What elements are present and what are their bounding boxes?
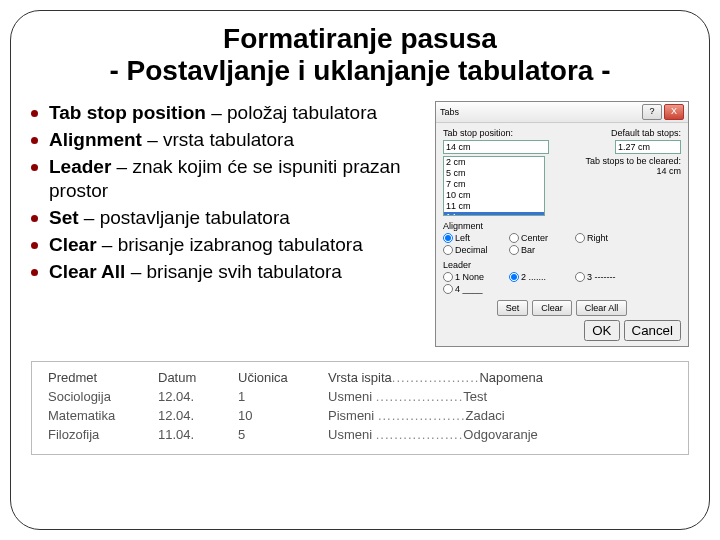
tabs-dialog: Tabs ? X Tab stop position: Default tab … xyxy=(435,101,689,347)
set-button[interactable]: Set xyxy=(497,300,529,316)
tab-pos-label: Tab stop position: xyxy=(443,128,513,138)
tab-stop-list[interactable]: 2 cm 5 cm 7 cm 10 cm 11 cm 14 cm xyxy=(443,156,545,216)
clear-button[interactable]: Clear xyxy=(532,300,572,316)
radio-leader-none[interactable]: 1 None xyxy=(443,272,503,282)
list-item: Set – postavljanje tabulatora xyxy=(31,206,427,231)
list-item: Leader – znak kojim će se ispuniti praza… xyxy=(31,155,427,204)
help-button[interactable]: ? xyxy=(642,104,662,120)
radio-bar[interactable]: Bar xyxy=(509,245,569,255)
ok-button[interactable]: OK xyxy=(584,320,619,341)
radio-left[interactable]: Left xyxy=(443,233,503,243)
radio-leader-dashes[interactable]: 3 ------- xyxy=(575,272,635,282)
list-item: Tab stop position – položaj tabulatora xyxy=(31,101,427,126)
radio-leader-under[interactable]: 4 ____ xyxy=(443,284,503,294)
list-item: Clear – brisanje izabranog tabulatora xyxy=(31,233,427,258)
radio-leader-dots[interactable]: 2 ....... xyxy=(509,272,569,282)
cleared-label: Tab stops to be cleared: xyxy=(561,156,681,166)
radio-decimal[interactable]: Decimal xyxy=(443,245,503,255)
slide-title: Formatiranje pasusa - Postavljanje i ukl… xyxy=(31,23,689,87)
default-label: Default tab stops: xyxy=(611,128,681,138)
cancel-button[interactable]: Cancel xyxy=(624,320,682,341)
cleared-value: 14 cm xyxy=(561,166,681,176)
default-input[interactable] xyxy=(615,140,681,154)
list-item: Clear All – brisanje svih tabulatora xyxy=(31,260,427,285)
leader-label: Leader xyxy=(443,260,681,270)
clear-all-button[interactable]: Clear All xyxy=(576,300,628,316)
dialog-title: Tabs xyxy=(440,107,459,117)
close-button[interactable]: X xyxy=(664,104,684,120)
example-table: Predmet Datum Učionica Vrsta ispita.....… xyxy=(31,361,689,455)
list-item: Alignment – vrsta tabulatora xyxy=(31,128,427,153)
alignment-label: Alignment xyxy=(443,221,681,231)
radio-right[interactable]: Right xyxy=(575,233,635,243)
radio-center[interactable]: Center xyxy=(509,233,569,243)
tab-pos-input[interactable] xyxy=(443,140,549,154)
bullet-list: Tab stop position – položaj tabulatora A… xyxy=(31,101,427,347)
